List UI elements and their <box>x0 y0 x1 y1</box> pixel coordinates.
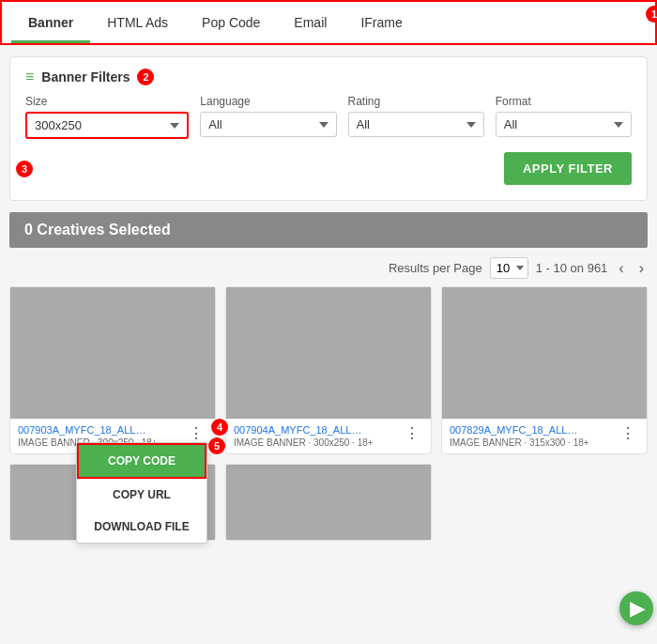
results-per-page-select[interactable]: 10 25 50 <box>490 257 528 279</box>
filters-header: ≡ Banner Filters 2 <box>25 69 632 85</box>
results-count: 1 - 10 on 961 <box>536 261 608 275</box>
creative-thumb-3 <box>442 287 647 419</box>
rating-filter-group: Rating All 18+ Adult <box>348 95 484 137</box>
filters-row: Size 300x250 728x90 160x600 300x600 320x… <box>25 95 632 139</box>
creative-info-2: 007904A_MYFC_18_ALL_E... IMAGE BANNER · … <box>226 419 431 453</box>
creative-card-3: 007829A_MYFC_18_ALL_E... IMAGE BANNER · … <box>441 286 648 454</box>
creative-card-5 <box>225 464 432 541</box>
creative-title-1: 007903A_MYFC_18_ALL_E... <box>18 424 149 436</box>
creative-subtitle-2: IMAGE BANNER · 300x250 · 18+ <box>234 437 401 448</box>
tab-iframe[interactable]: IFrame <box>344 2 419 43</box>
three-dots-1[interactable]: ⋮ 4 COPY CODE 5 COPY URL DOWNLOAD FILE <box>185 424 207 442</box>
format-filter-group: Format All Image Flash HTML5 <box>496 95 632 137</box>
tab-html-ads[interactable]: HTML Ads <box>90 2 185 43</box>
language-label: Language <box>200 95 336 108</box>
creative-name-2: 007904A_MYFC_18_ALL_E... IMAGE BANNER · … <box>234 424 401 448</box>
badge-4: 4 <box>211 419 228 436</box>
filter-icon: ≡ <box>25 69 34 85</box>
creative-info-1: 007903A_MYFC_18_ALL_E... IMAGE BANNER · … <box>10 419 215 453</box>
green-fab-button[interactable]: ▶ <box>619 591 653 625</box>
copy-url-button[interactable]: COPY URL <box>77 479 206 511</box>
creative-name-3: 007829A_MYFC_18_ALL_E... IMAGE BANNER · … <box>450 424 617 448</box>
tab-pop-code[interactable]: Pop Code <box>185 2 277 43</box>
format-select[interactable]: All Image Flash HTML5 <box>496 112 632 137</box>
filters-number-badge: 2 <box>137 69 154 85</box>
rating-label: Rating <box>348 95 484 108</box>
creative-thumb-1 <box>10 287 215 419</box>
download-file-button[interactable]: DOWNLOAD FILE <box>77 511 206 543</box>
format-label: Format <box>496 95 632 108</box>
copy-code-button[interactable]: COPY CODE 5 <box>77 443 206 479</box>
filters-section: ≡ Banner Filters 2 Size 300x250 728x90 1… <box>9 56 648 201</box>
creatives-grid: 007903A_MYFC_18_ALL_E... IMAGE BANNER · … <box>0 286 657 541</box>
apply-filter-button[interactable]: APPLY FILTER <box>504 152 632 185</box>
filters-title: Banner Filters <box>41 69 130 84</box>
apply-btn-row: 3 APPLY FILTER <box>25 152 632 185</box>
tabs-container: Banner HTML Ads Pop Code Email IFrame 1 <box>0 0 657 45</box>
creative-thumb-2 <box>226 287 431 419</box>
results-per-page-label: Results per Page <box>389 261 482 275</box>
creatives-selected-bar: 0 Creatives Selected <box>9 212 648 248</box>
dropdown-menu-1: COPY CODE 5 COPY URL DOWNLOAD FILE <box>76 442 207 544</box>
language-select[interactable]: All English Spanish French <box>200 112 336 137</box>
creative-card-2: 007904A_MYFC_18_ALL_E... IMAGE BANNER · … <box>225 286 432 454</box>
tab-number-badge: 1 <box>646 6 657 23</box>
creative-info-3: 007829A_MYFC_18_ALL_E... IMAGE BANNER · … <box>442 419 647 453</box>
tab-email[interactable]: Email <box>277 2 344 43</box>
three-dots-2[interactable]: ⋮ <box>401 424 423 442</box>
prev-page-arrow[interactable]: ‹ <box>615 258 627 279</box>
creative-title-3: 007829A_MYFC_18_ALL_E... <box>450 424 581 436</box>
size-label: Size <box>25 95 189 108</box>
results-row: Results per Page 10 25 50 1 - 10 on 961 … <box>0 257 657 286</box>
next-page-arrow[interactable]: › <box>635 258 648 279</box>
size-select[interactable]: 300x250 728x90 160x600 300x600 320x50 <box>25 112 189 139</box>
creative-title-2: 007904A_MYFC_18_ALL_E... <box>234 424 365 436</box>
apply-number-badge: 3 <box>16 161 33 177</box>
creative-subtitle-3: IMAGE BANNER · 315x300 · 18+ <box>450 437 617 448</box>
creative-card-1: 007903A_MYFC_18_ALL_E... IMAGE BANNER · … <box>9 286 216 454</box>
rating-select[interactable]: All 18+ Adult <box>348 112 484 137</box>
three-dots-3[interactable]: ⋮ <box>617 424 639 442</box>
creative-thumb-5 <box>226 465 431 540</box>
language-filter-group: Language All English Spanish French <box>200 95 336 137</box>
tab-banner[interactable]: Banner <box>11 2 90 43</box>
badge-5: 5 <box>208 437 225 454</box>
size-filter-group: Size 300x250 728x90 160x600 300x600 320x… <box>25 95 189 139</box>
